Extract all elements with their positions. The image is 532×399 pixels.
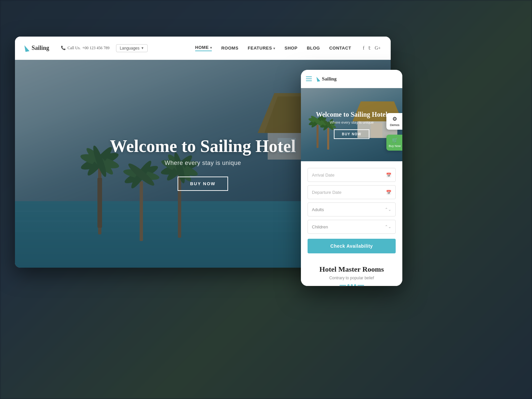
rooms-section-title: Hotel Master Rooms (308, 265, 396, 274)
nav-link-shop[interactable]: SHOP (285, 46, 298, 51)
menu-line-2 (306, 78, 312, 79)
divider-dot-left (347, 284, 349, 286)
logo-sail-icon (24, 45, 29, 52)
departure-date-input[interactable]: Departure Date 📅 (308, 185, 396, 199)
rooms-section-subtitle: Contrary to popular belief (308, 276, 396, 280)
buy-icon: 🛒 (392, 137, 398, 143)
divider-dot-right (354, 284, 356, 286)
children-select-arrow-icon: ⌃⌄ (385, 224, 391, 229)
facebook-icon[interactable]: f (363, 46, 364, 51)
buy-now-floating-button[interactable]: 🛒 Buy Now (386, 135, 402, 151)
mobile-rooms-section: Hotel Master Rooms Contrary to popular b… (301, 258, 402, 286)
arrival-date-label: Arrival Date (312, 173, 334, 178)
gear-icon: ⚙ (392, 116, 397, 122)
adults-label: Adults (312, 207, 324, 212)
mobile-logo-sail-icon (317, 76, 320, 81)
children-label: Children (312, 224, 328, 229)
demos-floating-button[interactable]: ⚙ Demos (386, 113, 402, 130)
languages-dropdown[interactable]: Languages ▼ (116, 44, 148, 52)
adults-select[interactable]: Adults ⌃⌄ (308, 202, 396, 216)
departure-date-label: Departure Date (312, 190, 341, 195)
googleplus-icon[interactable]: G+ (375, 46, 381, 51)
desktop-nav-links: HOME ▾ ROOMS FEATURES ▾ SHOP BLOG CONTAC… (195, 45, 351, 51)
arrival-date-input[interactable]: Arrival Date 📅 (308, 168, 396, 182)
mobile-hero-title: Welcome to Sailing Hotel (316, 111, 387, 118)
home-arrow-icon: ▾ (210, 46, 212, 50)
calendar-icon-departure: 📅 (386, 190, 391, 195)
check-availability-button[interactable]: Check Availability (308, 239, 396, 253)
rooms-divider (308, 284, 396, 286)
divider-line-left (339, 285, 346, 286)
mobile-logo-text: Sailing (322, 76, 336, 82)
languages-label: Languages (120, 46, 139, 51)
hero-title: Welcome to Sailing Hotel (110, 137, 296, 156)
demos-label: Demos (390, 123, 400, 127)
languages-arrow-icon: ▼ (141, 46, 144, 50)
mobile-menu-button[interactable] (306, 76, 312, 81)
calendar-icon-arrival: 📅 (386, 173, 391, 178)
divider-line-right (357, 285, 364, 286)
mobile-logo[interactable]: Sailing (317, 76, 336, 82)
nav-link-contact[interactable]: CONTACT (329, 46, 351, 51)
mobile-mockup: Sailing (301, 70, 402, 286)
mobile-hero-subtitle: Where every stay is unique (330, 120, 374, 124)
nav-link-blog[interactable]: BLOG (307, 46, 320, 51)
desktop-logo-text: Sailing (32, 45, 49, 52)
desktop-navbar: Sailing 📞 Call Us. +00 123 456 789 Langu… (15, 37, 391, 60)
adults-select-arrow-icon: ⌃⌄ (385, 207, 391, 212)
menu-line-1 (306, 76, 312, 77)
nav-link-rooms[interactable]: ROOMS (221, 46, 238, 51)
children-select[interactable]: Children ⌃⌄ (308, 220, 396, 234)
twitter-icon[interactable]: 𝕥 (368, 45, 371, 51)
mobile-header: Sailing (301, 70, 402, 88)
buy-now-label: Buy Now (389, 144, 401, 148)
desktop-logo[interactable]: Sailing (25, 45, 49, 52)
nav-link-home[interactable]: HOME ▾ (195, 45, 212, 51)
hero-buy-now-button[interactable]: BUY NOW (178, 177, 228, 191)
phone-icon: 📞 (61, 46, 66, 51)
hero-subtitle: Where every stay is unique (165, 160, 241, 167)
phone-number: +00 123 456 789 (82, 46, 109, 51)
mobile-hero-buy-now-button[interactable]: BUY NOW (334, 129, 369, 139)
divider-dot-center (351, 284, 353, 286)
desktop-social-links: f 𝕥 G+ (363, 45, 381, 51)
features-arrow-icon: ▾ (273, 47, 275, 50)
desktop-phone: 📞 Call Us. +00 123 456 789 (61, 46, 109, 51)
menu-line-3 (306, 80, 312, 81)
mobile-booking-form: Arrival Date 📅 Departure Date 📅 Adults ⌃… (301, 161, 402, 258)
phone-label: Call Us. (67, 46, 80, 51)
nav-link-features[interactable]: FEATURES ▾ (248, 46, 275, 51)
